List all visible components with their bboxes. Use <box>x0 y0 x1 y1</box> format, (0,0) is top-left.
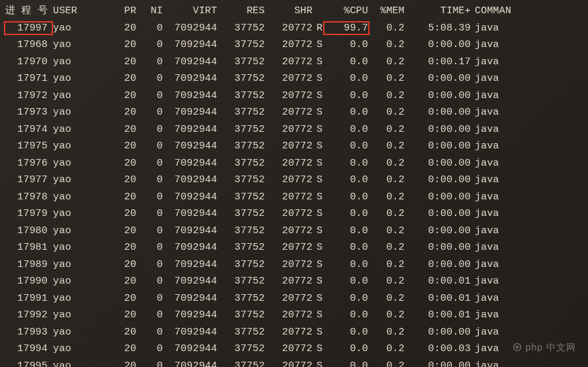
cell-shr: 20772 <box>265 70 313 87</box>
cell-user: yao <box>52 121 85 138</box>
cell-time: 0:00.00 <box>405 121 471 138</box>
cell-ni: 0 <box>136 104 163 121</box>
cell-time: 0:00.00 <box>405 358 471 368</box>
cell-cmd: java <box>471 155 517 172</box>
col-header-ni: NI <box>136 3 163 20</box>
cell-res: 37752 <box>217 138 265 155</box>
cell-time: 0:00.01 <box>405 307 471 324</box>
cell-pid: 17979 <box>5 205 52 223</box>
cell-shr: 20772 <box>265 256 313 274</box>
table-row: 17997yao20070929443775220772R99.70.25:08… <box>5 20 583 37</box>
cell-cpu: 0.0 <box>324 121 368 138</box>
cell-cmd: java <box>471 307 517 324</box>
cell-mem: 0.2 <box>368 239 405 256</box>
table-row: 17995yao20070929443775220772S0.00.20:00.… <box>5 358 583 368</box>
cell-pr: 20 <box>85 54 136 71</box>
cell-pid: 17990 <box>5 273 52 290</box>
cell-cmd: java <box>471 273 517 290</box>
cell-ni: 0 <box>136 256 163 274</box>
table-row: 17992yao20070929443775220772S0.00.20:00.… <box>5 307 583 324</box>
cell-st: S <box>313 205 324 223</box>
cell-virt: 7092944 <box>163 172 217 189</box>
cell-pid: 17977 <box>5 172 52 189</box>
col-header-mem: %MEM <box>368 3 405 20</box>
cell-cpu: 0.0 <box>324 290 368 307</box>
cell-virt: 7092944 <box>163 341 217 358</box>
col-header-res: RES <box>217 3 265 20</box>
cell-shr: 20772 <box>265 138 313 155</box>
cell-time: 0:00.01 <box>405 273 471 290</box>
col-header-user: USER <box>52 3 85 20</box>
cell-ni: 0 <box>136 205 163 223</box>
cell-ni: 0 <box>136 324 163 341</box>
cell-virt: 7092944 <box>163 138 217 155</box>
table-row: 17994yao20070929443775220772S0.00.20:00.… <box>5 341 583 358</box>
cell-pid: 17975 <box>5 138 52 155</box>
cell-pr: 20 <box>85 155 136 172</box>
table-row: 17976yao20070929443775220772S0.00.20:00.… <box>5 155 583 172</box>
cell-cpu: 0.0 <box>324 307 368 324</box>
cell-st: S <box>313 87 324 105</box>
cell-cmd: java <box>471 189 517 206</box>
cell-time: 0:00.00 <box>405 138 471 155</box>
cell-pr: 20 <box>85 324 136 341</box>
cell-res: 37752 <box>217 290 265 307</box>
cell-pid: 17997 <box>5 20 52 37</box>
cell-shr: 20772 <box>265 87 313 105</box>
cell-pr: 20 <box>85 36 136 54</box>
col-header-shr: SHR <box>265 3 313 20</box>
cell-shr: 20772 <box>265 290 313 307</box>
cell-mem: 0.2 <box>368 205 405 223</box>
table-row: 17979yao20070929443775220772S0.00.20:00.… <box>5 205 583 223</box>
cell-mem: 0.2 <box>368 324 405 341</box>
cell-ni: 0 <box>136 189 163 206</box>
cell-time: 0:00.00 <box>405 189 471 206</box>
cell-cpu: 0.0 <box>324 54 368 71</box>
cell-st: S <box>313 172 324 189</box>
cell-cmd: java <box>471 36 517 54</box>
watermark: ⦿ php 中文网 <box>513 342 576 354</box>
cell-user: yao <box>52 20 85 37</box>
cell-pr: 20 <box>85 239 136 256</box>
cell-pr: 20 <box>85 205 136 223</box>
cell-mem: 0.2 <box>368 54 405 71</box>
cell-res: 37752 <box>217 273 265 290</box>
cell-virt: 7092944 <box>163 223 217 240</box>
cell-cmd: java <box>471 20 517 37</box>
cell-pr: 20 <box>85 20 136 37</box>
cell-pid: 17981 <box>5 239 52 256</box>
cell-user: yao <box>52 290 85 307</box>
cell-virt: 7092944 <box>163 121 217 138</box>
cell-mem: 0.2 <box>368 70 405 87</box>
cell-shr: 20772 <box>265 189 313 206</box>
cell-time: 0:00.00 <box>405 256 471 274</box>
cell-time: 0:00.00 <box>405 104 471 121</box>
cell-st: S <box>313 121 324 138</box>
cell-mem: 0.2 <box>368 307 405 324</box>
cell-pid: 17974 <box>5 121 52 138</box>
table-row: 17971yao20070929443775220772S0.00.20:00.… <box>5 70 583 87</box>
cell-time: 0:00.00 <box>405 205 471 223</box>
cell-ni: 0 <box>136 121 163 138</box>
cell-time: 0:00.00 <box>405 172 471 189</box>
cell-cpu: 0.0 <box>324 205 368 223</box>
cell-st: S <box>313 223 324 240</box>
cell-pid: 17968 <box>5 36 52 54</box>
cell-pr: 20 <box>85 87 136 105</box>
cell-pid: 17993 <box>5 324 52 341</box>
cell-pid: 17971 <box>5 70 52 87</box>
cell-virt: 7092944 <box>163 358 217 368</box>
cell-virt: 7092944 <box>163 36 217 54</box>
cell-time: 0:00.01 <box>405 290 471 307</box>
cell-st: S <box>313 290 324 307</box>
cell-shr: 20772 <box>265 20 313 37</box>
cell-virt: 7092944 <box>163 70 217 87</box>
cell-user: yao <box>52 87 85 105</box>
cell-res: 37752 <box>217 358 265 368</box>
cell-ni: 0 <box>136 20 163 37</box>
cell-res: 37752 <box>217 104 265 121</box>
cell-mem: 0.2 <box>368 172 405 189</box>
col-header-pid: 进 程 号 <box>5 3 52 20</box>
cell-user: yao <box>52 324 85 341</box>
process-table: 进 程 号USERPRNIVIRTRESSHR%CPU%MEMTIME+COMM… <box>5 3 583 367</box>
